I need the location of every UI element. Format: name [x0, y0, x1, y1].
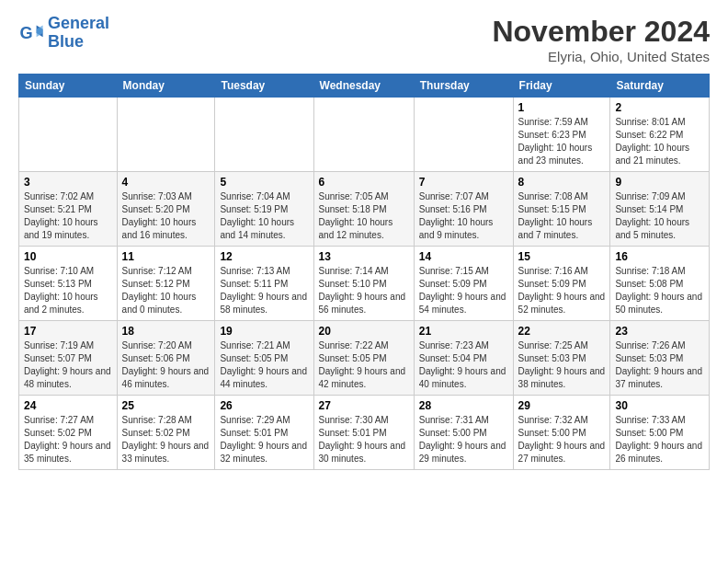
calendar-cell: 20Sunrise: 7:22 AM Sunset: 5:05 PM Dayli…: [313, 321, 414, 396]
day-number: 22: [518, 325, 606, 338]
day-number: 12: [220, 250, 308, 263]
calendar-cell: [19, 98, 118, 172]
day-info: Sunrise: 7:09 AM Sunset: 5:14 PM Dayligh…: [615, 190, 704, 242]
day-info: Sunrise: 7:33 AM Sunset: 5:00 PM Dayligh…: [615, 414, 704, 465]
header-wednesday: Wednesday: [313, 75, 414, 98]
header-saturday: Saturday: [610, 75, 710, 98]
day-number: 1: [518, 101, 606, 114]
day-info: Sunrise: 7:32 AM Sunset: 5:00 PM Dayligh…: [518, 414, 606, 465]
calendar-week-3: 17Sunrise: 7:19 AM Sunset: 5:07 PM Dayli…: [19, 321, 710, 396]
calendar-week-2: 10Sunrise: 7:10 AM Sunset: 5:13 PM Dayli…: [19, 247, 710, 321]
day-info: Sunrise: 8:01 AM Sunset: 6:22 PM Dayligh…: [615, 116, 704, 167]
day-info: Sunrise: 7:02 AM Sunset: 5:21 PM Dayligh…: [24, 190, 112, 242]
calendar-cell: 2Sunrise: 8:01 AM Sunset: 6:22 PM Daylig…: [610, 98, 710, 172]
day-info: Sunrise: 7:29 AM Sunset: 5:01 PM Dayligh…: [220, 414, 308, 465]
day-number: 24: [24, 399, 112, 412]
day-info: Sunrise: 7:03 AM Sunset: 5:20 PM Dayligh…: [122, 190, 210, 242]
calendar-week-4: 24Sunrise: 7:27 AM Sunset: 5:02 PM Dayli…: [19, 396, 710, 470]
calendar-header-row: Sunday Monday Tuesday Wednesday Thursday…: [19, 75, 710, 98]
location: Elyria, Ohio, United States: [492, 49, 710, 64]
logo: G General Blue: [18, 15, 109, 52]
day-info: Sunrise: 7:23 AM Sunset: 5:04 PM Dayligh…: [419, 339, 508, 391]
day-number: 3: [24, 176, 112, 189]
calendar-table: Sunday Monday Tuesday Wednesday Thursday…: [18, 74, 710, 470]
day-info: Sunrise: 7:20 AM Sunset: 5:06 PM Dayligh…: [122, 339, 210, 391]
calendar-cell: 1Sunrise: 7:59 AM Sunset: 6:23 PM Daylig…: [513, 98, 610, 172]
day-number: 17: [24, 325, 112, 338]
header-sunday: Sunday: [19, 75, 118, 98]
calendar-cell: 12Sunrise: 7:13 AM Sunset: 5:11 PM Dayli…: [215, 247, 313, 321]
calendar-cell: 28Sunrise: 7:31 AM Sunset: 5:00 PM Dayli…: [414, 396, 513, 470]
header-tuesday: Tuesday: [215, 75, 313, 98]
calendar-week-0: 1Sunrise: 7:59 AM Sunset: 6:23 PM Daylig…: [19, 98, 710, 172]
day-info: Sunrise: 7:30 AM Sunset: 5:01 PM Dayligh…: [319, 414, 409, 465]
day-info: Sunrise: 7:22 AM Sunset: 5:05 PM Dayligh…: [319, 339, 409, 391]
calendar-cell: 13Sunrise: 7:14 AM Sunset: 5:10 PM Dayli…: [313, 247, 414, 321]
day-info: Sunrise: 7:15 AM Sunset: 5:09 PM Dayligh…: [419, 265, 508, 316]
calendar-cell: 24Sunrise: 7:27 AM Sunset: 5:02 PM Dayli…: [19, 396, 118, 470]
calendar-cell: 17Sunrise: 7:19 AM Sunset: 5:07 PM Dayli…: [19, 321, 118, 396]
logo-icon: G: [18, 20, 44, 46]
day-number: 20: [319, 325, 409, 338]
day-info: Sunrise: 7:05 AM Sunset: 5:18 PM Dayligh…: [319, 190, 409, 242]
calendar-cell: 7Sunrise: 7:07 AM Sunset: 5:16 PM Daylig…: [414, 172, 513, 247]
header-monday: Monday: [117, 75, 215, 98]
day-number: 21: [419, 325, 508, 338]
day-number: 25: [122, 399, 210, 412]
calendar-cell: 19Sunrise: 7:21 AM Sunset: 5:05 PM Dayli…: [215, 321, 313, 396]
calendar-week-1: 3Sunrise: 7:02 AM Sunset: 5:21 PM Daylig…: [19, 172, 710, 247]
calendar-cell: 11Sunrise: 7:12 AM Sunset: 5:12 PM Dayli…: [117, 247, 215, 321]
day-info: Sunrise: 7:31 AM Sunset: 5:00 PM Dayligh…: [419, 414, 508, 465]
calendar-cell: 14Sunrise: 7:15 AM Sunset: 5:09 PM Dayli…: [414, 247, 513, 321]
calendar-cell: 21Sunrise: 7:23 AM Sunset: 5:04 PM Dayli…: [414, 321, 513, 396]
calendar-cell: 9Sunrise: 7:09 AM Sunset: 5:14 PM Daylig…: [610, 172, 710, 247]
day-info: Sunrise: 7:12 AM Sunset: 5:12 PM Dayligh…: [122, 265, 210, 316]
calendar-cell: [313, 98, 414, 172]
day-number: 11: [122, 250, 210, 263]
day-info: Sunrise: 7:04 AM Sunset: 5:19 PM Dayligh…: [220, 190, 308, 242]
day-info: Sunrise: 7:27 AM Sunset: 5:02 PM Dayligh…: [24, 414, 112, 465]
day-number: 26: [220, 399, 308, 412]
day-info: Sunrise: 7:16 AM Sunset: 5:09 PM Dayligh…: [518, 265, 606, 316]
calendar-cell: 8Sunrise: 7:08 AM Sunset: 5:15 PM Daylig…: [513, 172, 610, 247]
calendar-cell: 4Sunrise: 7:03 AM Sunset: 5:20 PM Daylig…: [117, 172, 215, 247]
day-number: 2: [615, 101, 704, 114]
calendar-cell: 23Sunrise: 7:26 AM Sunset: 5:03 PM Dayli…: [610, 321, 710, 396]
day-number: 30: [615, 399, 704, 412]
header-friday: Friday: [513, 75, 610, 98]
calendar-cell: 27Sunrise: 7:30 AM Sunset: 5:01 PM Dayli…: [313, 396, 414, 470]
day-info: Sunrise: 7:13 AM Sunset: 5:11 PM Dayligh…: [220, 265, 308, 316]
calendar-cell: 6Sunrise: 7:05 AM Sunset: 5:18 PM Daylig…: [313, 172, 414, 247]
day-info: Sunrise: 7:28 AM Sunset: 5:02 PM Dayligh…: [122, 414, 210, 465]
calendar-cell: 16Sunrise: 7:18 AM Sunset: 5:08 PM Dayli…: [610, 247, 710, 321]
day-number: 13: [319, 250, 409, 263]
calendar-cell: 22Sunrise: 7:25 AM Sunset: 5:03 PM Dayli…: [513, 321, 610, 396]
calendar-cell: [215, 98, 313, 172]
day-number: 29: [518, 399, 606, 412]
day-info: Sunrise: 7:14 AM Sunset: 5:10 PM Dayligh…: [319, 265, 409, 316]
day-number: 19: [220, 325, 308, 338]
calendar-cell: 10Sunrise: 7:10 AM Sunset: 5:13 PM Dayli…: [19, 247, 118, 321]
calendar-cell: 30Sunrise: 7:33 AM Sunset: 5:00 PM Dayli…: [610, 396, 710, 470]
day-number: 14: [419, 250, 508, 263]
month-title: November 2024: [492, 15, 710, 49]
day-info: Sunrise: 7:25 AM Sunset: 5:03 PM Dayligh…: [518, 339, 606, 391]
calendar-cell: 18Sunrise: 7:20 AM Sunset: 5:06 PM Dayli…: [117, 321, 215, 396]
day-number: 9: [615, 176, 704, 189]
day-number: 18: [122, 325, 210, 338]
logo-text: General Blue: [48, 15, 109, 52]
day-number: 28: [419, 399, 508, 412]
calendar-cell: 26Sunrise: 7:29 AM Sunset: 5:01 PM Dayli…: [215, 396, 313, 470]
day-number: 8: [518, 176, 606, 189]
day-number: 6: [319, 176, 409, 189]
day-info: Sunrise: 7:07 AM Sunset: 5:16 PM Dayligh…: [419, 190, 508, 242]
title-block: November 2024 Elyria, Ohio, United State…: [492, 15, 710, 64]
page: G General Blue November 2024 Elyria, Ohi…: [0, 0, 728, 563]
day-info: Sunrise: 7:08 AM Sunset: 5:15 PM Dayligh…: [518, 190, 606, 242]
day-number: 16: [615, 250, 704, 263]
day-info: Sunrise: 7:10 AM Sunset: 5:13 PM Dayligh…: [24, 265, 112, 316]
calendar-cell: 29Sunrise: 7:32 AM Sunset: 5:00 PM Dayli…: [513, 396, 610, 470]
calendar-cell: 25Sunrise: 7:28 AM Sunset: 5:02 PM Dayli…: [117, 396, 215, 470]
calendar-cell: 3Sunrise: 7:02 AM Sunset: 5:21 PM Daylig…: [19, 172, 118, 247]
day-number: 10: [24, 250, 112, 263]
